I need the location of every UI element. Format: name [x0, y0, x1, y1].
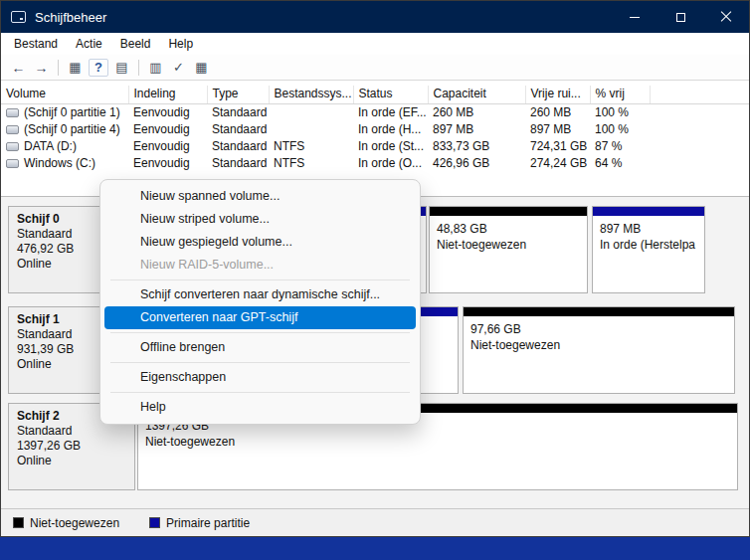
col-header-bestandssysteem[interactable]: Bestandssys...	[269, 86, 353, 104]
layout-cell: Eenvoudig	[128, 155, 207, 172]
menu-separator	[110, 332, 410, 333]
volume-row[interactable]: DATA (D:) Eenvoudig Standaard NTFS In or…	[1, 138, 749, 155]
screen: Schijfbeheer Bestand Actie Beeld Help ← …	[0, 0, 750, 560]
menu-separator	[110, 280, 410, 280]
layout-cell: Eenvoudig	[128, 121, 207, 138]
legend-item-primary-partition: Primaire partitie	[149, 516, 250, 530]
maximize-icon	[676, 13, 685, 22]
legend-label: Niet-toegewezen	[30, 516, 119, 530]
disk-list-view-icon[interactable]: ▥	[144, 58, 167, 78]
capacity-cell: 260 MB	[428, 104, 525, 121]
menu-item-properties[interactable]: Eigenschappen	[104, 366, 416, 389]
free-cell: 897 MB	[525, 121, 590, 138]
partition-color-bar	[464, 307, 734, 316]
check-icon[interactable]: ✓	[167, 58, 190, 78]
volume-table: Volume Indeling Type Bestandssys... Stat…	[1, 86, 749, 172]
free-cell: 724,31 GB	[525, 138, 590, 155]
volume-cell: Windows (C:)	[1, 155, 128, 172]
menu-separator	[110, 362, 410, 363]
drive-icon	[6, 125, 19, 134]
help-icon[interactable]: ?	[89, 59, 108, 77]
col-header-filler	[650, 86, 749, 104]
toolbar: ← → ▦ ? ▤ ▥ ✓ ▦	[1, 55, 749, 81]
menu-beeld[interactable]: Beeld	[111, 35, 160, 53]
drive-icon	[6, 142, 19, 151]
partition-unallocated[interactable]: 48,83 GB Niet-toegewezen	[429, 206, 588, 293]
partition-status: In orde (Herstelpa	[600, 237, 697, 253]
titlebar[interactable]: Schijfbeheer	[1, 1, 749, 33]
menu-item-convert-gpt-disk[interactable]: Converteren naar GPT-schijf	[104, 306, 416, 329]
fs-cell	[269, 104, 353, 121]
partition-status: Niet-toegewezen	[145, 434, 730, 450]
menu-item-offline[interactable]: Offline brengen	[104, 336, 416, 359]
filler-cell	[650, 138, 749, 155]
window-title: Schijfbeheer	[35, 10, 106, 25]
menu-help[interactable]: Help	[159, 35, 202, 53]
volume-cell: (Schijf 0 partitie 1)	[1, 104, 128, 121]
volume-row[interactable]: Windows (C:) Eenvoudig Standaard NTFS In…	[1, 155, 749, 172]
volume-row[interactable]: (Schijf 0 partitie 1) Eenvoudig Standaar…	[1, 104, 749, 121]
type-cell: Standaard	[207, 138, 269, 155]
pct-free-cell: 100 %	[590, 104, 650, 121]
maximize-button[interactable]	[657, 1, 703, 33]
menu-item-new-striped-volume[interactable]: Nieuw striped volume...	[104, 208, 416, 231]
menu-item-convert-dynamic-disk[interactable]: Schijf converteren naar dynamische schij…	[104, 283, 416, 306]
status-cell: In orde (H...	[353, 121, 428, 138]
disk-size: 1397,26 GB	[17, 439, 126, 454]
status-cell: In orde (EF...	[353, 104, 428, 121]
menu-item-help[interactable]: Help	[104, 396, 416, 419]
filler-cell	[650, 121, 749, 138]
col-header-type[interactable]: Type	[207, 86, 269, 104]
partition-color-bar	[430, 207, 587, 216]
partition-size: 897 MB	[600, 221, 697, 237]
volume-name: (Schijf 0 partitie 1)	[24, 105, 120, 119]
col-header-status[interactable]: Status	[353, 86, 428, 104]
col-header-volume[interactable]: Volume	[1, 86, 128, 104]
menu-bestand[interactable]: Bestand	[5, 35, 67, 53]
partition-color-bar	[593, 207, 704, 216]
drive-icon	[6, 108, 19, 117]
app-icon	[11, 11, 26, 23]
type-cell: Standaard	[207, 121, 269, 138]
capacity-cell: 833,73 GB	[428, 138, 525, 155]
legend-label: Primaire partitie	[166, 516, 250, 530]
volume-name: DATA (D:)	[24, 139, 77, 153]
menubar: Bestand Actie Beeld Help	[1, 33, 749, 55]
free-cell: 260 MB	[525, 104, 590, 121]
fs-cell: NTFS	[269, 138, 353, 155]
legend-item-unallocated: Niet-toegewezen	[13, 516, 119, 530]
menu-actie[interactable]: Actie	[67, 35, 111, 53]
filler-cell	[650, 155, 749, 172]
col-header-vrije-ruimte[interactable]: Vrije rui...	[525, 86, 590, 104]
menu-item-new-raid5-volume: Nieuw RAID-5-volume...	[104, 254, 416, 277]
volume-name: (Schijf 0 partitie 4)	[24, 122, 120, 136]
partition-recovery[interactable]: 897 MB In orde (Herstelpa	[592, 206, 705, 293]
legend-bar: Niet-toegewezen Primaire partitie	[1, 508, 749, 536]
col-header-indeling[interactable]: Indeling	[128, 86, 207, 104]
partition-size: 48,83 GB	[437, 221, 580, 237]
minimize-button[interactable]	[612, 1, 657, 33]
menu-item-new-mirrored-volume[interactable]: Nieuw gespiegeld volume...	[104, 231, 416, 254]
partition-unallocated[interactable]: 97,66 GB Niet-toegewezen	[463, 306, 735, 394]
filler-cell	[650, 104, 749, 121]
forward-icon[interactable]: →	[30, 58, 53, 78]
volume-name: Windows (C:)	[24, 156, 95, 170]
disk-context-menu: Nieuw spanned volume... Nieuw striped vo…	[99, 179, 421, 425]
volume-cell: (Schijf 0 partitie 4)	[1, 121, 128, 138]
col-header-capaciteit[interactable]: Capaciteit	[428, 86, 525, 104]
partition-size: 97,66 GB	[470, 321, 727, 337]
volume-row[interactable]: (Schijf 0 partitie 4) Eenvoudig Standaar…	[1, 121, 749, 138]
back-icon[interactable]: ←	[7, 58, 30, 78]
fs-cell: NTFS	[269, 155, 353, 172]
show-console-tree-icon[interactable]: ▦	[64, 58, 87, 78]
graphical-view-icon[interactable]: ▦	[190, 58, 213, 78]
close-button[interactable]	[703, 1, 749, 33]
taskbar	[0, 537, 750, 560]
col-header-pct-vrij[interactable]: % vrij	[590, 86, 650, 104]
unallocated-swatch-icon	[13, 517, 24, 528]
fs-cell	[269, 121, 353, 138]
action-pane-icon[interactable]: ▤	[110, 58, 133, 78]
menu-item-new-spanned-volume[interactable]: Nieuw spanned volume...	[104, 185, 416, 208]
capacity-cell: 897 MB	[428, 121, 525, 138]
disk-layout: Standaard	[17, 424, 126, 439]
